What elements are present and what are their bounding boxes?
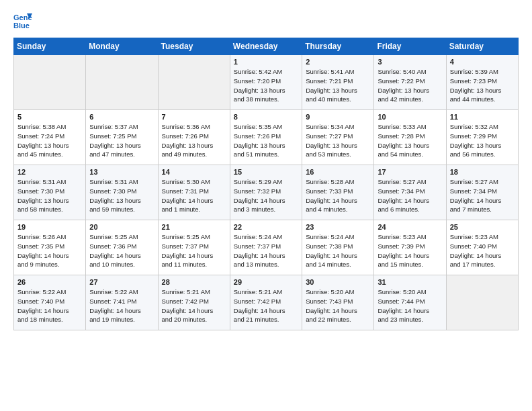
day-info: Sunrise: 5:25 AMSunset: 7:36 PMDaylight:… — [89, 232, 154, 269]
day-number: 24 — [378, 223, 442, 231]
day-cell: 27Sunrise: 5:22 AMSunset: 7:41 PMDayligh… — [86, 275, 158, 330]
day-info: Sunrise: 5:41 AMSunset: 7:21 PMDaylight:… — [306, 67, 370, 104]
day-cell: 1Sunrise: 5:42 AMSunset: 7:20 PMDaylight… — [230, 55, 302, 110]
day-cell: 24Sunrise: 5:23 AMSunset: 7:39 PMDayligh… — [374, 220, 446, 275]
day-info: Sunrise: 5:31 AMSunset: 7:30 PMDaylight:… — [17, 177, 82, 214]
day-cell: 2Sunrise: 5:41 AMSunset: 7:21 PMDaylight… — [302, 55, 374, 110]
day-number: 4 — [450, 58, 515, 66]
day-info: Sunrise: 5:22 AMSunset: 7:40 PMDaylight:… — [17, 287, 82, 324]
day-info: Sunrise: 5:37 AMSunset: 7:25 PMDaylight:… — [89, 122, 154, 159]
day-number: 19 — [17, 223, 82, 231]
day-cell: 28Sunrise: 5:21 AMSunset: 7:42 PMDayligh… — [158, 275, 230, 330]
header: General Blue — [13, 11, 519, 30]
day-cell: 6Sunrise: 5:37 AMSunset: 7:25 PMDaylight… — [86, 110, 158, 165]
day-info: Sunrise: 5:20 AMSunset: 7:44 PMDaylight:… — [378, 287, 442, 324]
day-number: 7 — [162, 113, 226, 121]
day-info: Sunrise: 5:26 AMSunset: 7:35 PMDaylight:… — [17, 232, 82, 269]
day-number: 29 — [234, 278, 298, 286]
day-number: 25 — [450, 223, 515, 231]
day-cell: 19Sunrise: 5:26 AMSunset: 7:35 PMDayligh… — [14, 220, 86, 275]
day-number: 20 — [89, 223, 154, 231]
day-info: Sunrise: 5:38 AMSunset: 7:24 PMDaylight:… — [17, 122, 82, 159]
day-number: 1 — [234, 58, 298, 66]
header-cell-tuesday: Tuesday — [158, 38, 230, 55]
day-cell: 4Sunrise: 5:39 AMSunset: 7:23 PMDaylight… — [446, 55, 518, 110]
day-cell: 16Sunrise: 5:28 AMSunset: 7:33 PMDayligh… — [302, 165, 374, 220]
day-info: Sunrise: 5:33 AMSunset: 7:28 PMDaylight:… — [378, 122, 442, 159]
header-cell-sunday: Sunday — [14, 38, 86, 55]
header-cell-saturday: Saturday — [446, 38, 518, 55]
week-row-2: 5Sunrise: 5:38 AMSunset: 7:24 PMDaylight… — [14, 110, 519, 165]
day-number: 10 — [378, 113, 442, 121]
day-cell: 29Sunrise: 5:21 AMSunset: 7:42 PMDayligh… — [230, 275, 302, 330]
day-cell: 3Sunrise: 5:40 AMSunset: 7:22 PMDaylight… — [374, 55, 446, 110]
day-info: Sunrise: 5:35 AMSunset: 7:26 PMDaylight:… — [234, 122, 298, 159]
day-cell: 15Sunrise: 5:29 AMSunset: 7:32 PMDayligh… — [230, 165, 302, 220]
day-cell: 18Sunrise: 5:27 AMSunset: 7:34 PMDayligh… — [446, 165, 518, 220]
day-cell: 8Sunrise: 5:35 AMSunset: 7:26 PMDaylight… — [230, 110, 302, 165]
day-cell: 21Sunrise: 5:25 AMSunset: 7:37 PMDayligh… — [158, 220, 230, 275]
day-number: 21 — [162, 223, 226, 231]
day-info: Sunrise: 5:32 AMSunset: 7:29 PMDaylight:… — [450, 122, 515, 159]
day-number: 18 — [450, 168, 515, 176]
week-row-4: 19Sunrise: 5:26 AMSunset: 7:35 PMDayligh… — [14, 220, 519, 275]
day-info: Sunrise: 5:27 AMSunset: 7:34 PMDaylight:… — [450, 177, 515, 214]
day-cell: 22Sunrise: 5:24 AMSunset: 7:37 PMDayligh… — [230, 220, 302, 275]
day-cell: 23Sunrise: 5:24 AMSunset: 7:38 PMDayligh… — [302, 220, 374, 275]
day-info: Sunrise: 5:25 AMSunset: 7:37 PMDaylight:… — [162, 232, 226, 269]
day-number: 22 — [234, 223, 298, 231]
day-info: Sunrise: 5:29 AMSunset: 7:32 PMDaylight:… — [234, 177, 298, 214]
day-number: 27 — [89, 278, 154, 286]
day-info: Sunrise: 5:23 AMSunset: 7:39 PMDaylight:… — [378, 232, 442, 269]
day-info: Sunrise: 5:21 AMSunset: 7:42 PMDaylight:… — [234, 287, 298, 324]
day-number: 2 — [306, 58, 370, 66]
day-info: Sunrise: 5:34 AMSunset: 7:27 PMDaylight:… — [306, 122, 370, 159]
day-number: 11 — [450, 113, 515, 121]
day-cell: 20Sunrise: 5:25 AMSunset: 7:36 PMDayligh… — [86, 220, 158, 275]
header-row: SundayMondayTuesdayWednesdayThursdayFrid… — [14, 38, 519, 55]
header-cell-thursday: Thursday — [302, 38, 374, 55]
day-info: Sunrise: 5:21 AMSunset: 7:42 PMDaylight:… — [162, 287, 226, 324]
day-cell: 12Sunrise: 5:31 AMSunset: 7:30 PMDayligh… — [14, 165, 86, 220]
day-number: 12 — [17, 168, 82, 176]
day-cell — [86, 55, 158, 110]
day-cell: 5Sunrise: 5:38 AMSunset: 7:24 PMDaylight… — [14, 110, 86, 165]
day-info: Sunrise: 5:30 AMSunset: 7:31 PMDaylight:… — [162, 177, 226, 214]
svg-text:Blue: Blue — [13, 21, 30, 30]
day-number: 17 — [378, 168, 442, 176]
day-number: 23 — [306, 223, 370, 231]
page: General Blue SundayMondayTuesdayWednesda… — [0, 0, 532, 337]
day-info: Sunrise: 5:24 AMSunset: 7:37 PMDaylight:… — [234, 232, 298, 269]
week-row-3: 12Sunrise: 5:31 AMSunset: 7:30 PMDayligh… — [14, 165, 519, 220]
day-number: 26 — [17, 278, 82, 286]
day-info: Sunrise: 5:24 AMSunset: 7:38 PMDaylight:… — [306, 232, 370, 269]
day-info: Sunrise: 5:22 AMSunset: 7:41 PMDaylight:… — [89, 287, 154, 324]
logo: General Blue — [13, 11, 35, 30]
day-number: 30 — [306, 278, 370, 286]
day-number: 14 — [162, 168, 226, 176]
day-cell — [446, 275, 518, 330]
day-number: 13 — [89, 168, 154, 176]
header-cell-wednesday: Wednesday — [230, 38, 302, 55]
day-number: 5 — [17, 113, 82, 121]
day-info: Sunrise: 5:20 AMSunset: 7:43 PMDaylight:… — [306, 287, 370, 324]
day-cell: 7Sunrise: 5:36 AMSunset: 7:26 PMDaylight… — [158, 110, 230, 165]
day-cell: 9Sunrise: 5:34 AMSunset: 7:27 PMDaylight… — [302, 110, 374, 165]
day-number: 3 — [378, 58, 442, 66]
day-number: 16 — [306, 168, 370, 176]
day-number: 6 — [89, 113, 154, 121]
day-number: 28 — [162, 278, 226, 286]
day-number: 31 — [378, 278, 442, 286]
day-info: Sunrise: 5:40 AMSunset: 7:22 PMDaylight:… — [378, 67, 442, 104]
day-info: Sunrise: 5:23 AMSunset: 7:40 PMDaylight:… — [450, 232, 515, 269]
day-info: Sunrise: 5:27 AMSunset: 7:34 PMDaylight:… — [378, 177, 442, 214]
day-info: Sunrise: 5:42 AMSunset: 7:20 PMDaylight:… — [234, 67, 298, 104]
day-info: Sunrise: 5:28 AMSunset: 7:33 PMDaylight:… — [306, 177, 370, 214]
calendar-table: SundayMondayTuesdayWednesdayThursdayFrid… — [13, 38, 519, 330]
day-cell: 25Sunrise: 5:23 AMSunset: 7:40 PMDayligh… — [446, 220, 518, 275]
day-info: Sunrise: 5:31 AMSunset: 7:30 PMDaylight:… — [89, 177, 154, 214]
day-number: 15 — [234, 168, 298, 176]
day-cell: 31Sunrise: 5:20 AMSunset: 7:44 PMDayligh… — [374, 275, 446, 330]
day-cell: 17Sunrise: 5:27 AMSunset: 7:34 PMDayligh… — [374, 165, 446, 220]
day-info: Sunrise: 5:39 AMSunset: 7:23 PMDaylight:… — [450, 67, 515, 104]
